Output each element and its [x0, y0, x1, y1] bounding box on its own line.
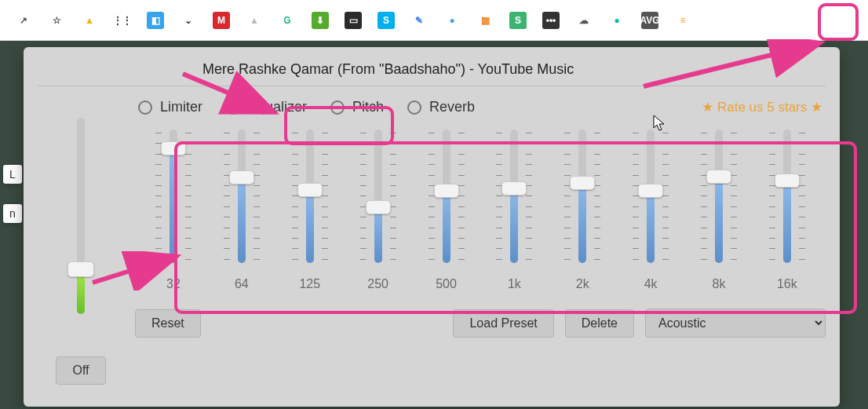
- tab-pitch[interactable]: Pitch: [330, 99, 384, 115]
- radio-icon: [330, 100, 345, 115]
- eq-band-4k: 4k: [617, 130, 684, 291]
- delete-button[interactable]: Delete: [565, 309, 634, 338]
- radio-icon: [138, 100, 152, 115]
- eq-slider-4k[interactable]: [633, 130, 669, 263]
- eq-band-label: 16k: [777, 277, 797, 291]
- eq-band-label: 2k: [576, 277, 589, 291]
- pocket-icon[interactable]: ⌄: [179, 11, 198, 30]
- eq-band-label: 64: [235, 277, 249, 291]
- eq-band-125: 125: [276, 130, 344, 291]
- eq-band-label: 125: [299, 277, 320, 291]
- bookmark-icon[interactable]: ●: [607, 11, 626, 30]
- volume-slider[interactable]: [63, 118, 99, 314]
- tab-limiter[interactable]: Limiter: [138, 99, 202, 115]
- eq-band-label: 4k: [644, 277, 658, 291]
- eq-band-label: 8k: [713, 277, 726, 291]
- molecule-icon[interactable]: ⋮⋮: [113, 11, 132, 30]
- eq-slider-1k[interactable]: [496, 130, 532, 263]
- bg-text: L: [3, 165, 22, 184]
- eq-band-16k: 16k: [753, 130, 821, 291]
- eq-band-label: 32: [166, 277, 181, 291]
- cloud-icon[interactable]: ☁: [574, 11, 593, 30]
- eq-band-label: 1k: [508, 277, 521, 291]
- reset-button[interactable]: Reset: [135, 309, 201, 338]
- equalizer-panel: 32641252505001k2k4k8k16k: [135, 123, 826, 291]
- window-icon[interactable]: ◧: [146, 11, 165, 30]
- page-title: Mere Rashke Qamar (From "Baadshaho") - Y…: [38, 57, 826, 86]
- drive-icon[interactable]: ▲: [80, 11, 99, 30]
- eq-band-250: 250: [345, 130, 412, 291]
- star-icon[interactable]: ☆: [47, 11, 66, 30]
- radio-icon: [226, 100, 240, 115]
- eq-slider-250[interactable]: [360, 130, 396, 263]
- open-in-new-icon[interactable]: ↗: [14, 11, 33, 30]
- eq-band-32: 32: [140, 130, 207, 291]
- eq-slider-64[interactable]: [224, 130, 260, 263]
- tab-label: Pitch: [352, 99, 384, 115]
- skype-icon[interactable]: S: [377, 11, 396, 30]
- eq-band-8k: 8k: [685, 130, 753, 291]
- equalizer-ext-icon[interactable]: ≡: [673, 11, 692, 30]
- tab-label: Limiter: [160, 99, 202, 115]
- lastpass-icon[interactable]: •••: [542, 11, 560, 30]
- browser-toolbar: ↗☆▲⋮⋮◧⌄M▲G⬇▭S✎●▦S•••☁●AVG≡: [0, 0, 868, 41]
- download-icon[interactable]: ⬇: [311, 11, 330, 30]
- eq-band-64: 64: [208, 130, 275, 291]
- gallery-icon[interactable]: ▦: [476, 11, 494, 30]
- eq-slider-500[interactable]: [429, 130, 465, 263]
- eq-slider-2k[interactable]: [564, 130, 600, 263]
- tab-label: Reverb: [429, 99, 475, 115]
- eq-band-2k: 2k: [549, 130, 616, 291]
- bg-text: n: [3, 204, 22, 223]
- globe-icon[interactable]: ●: [443, 11, 461, 30]
- tabs-row: LimiterEqualizerPitchReverb★ Rate us 5 s…: [135, 94, 826, 123]
- off-button[interactable]: Off: [56, 356, 105, 385]
- avg-icon[interactable]: AVG: [640, 11, 659, 30]
- eq-slider-16k[interactable]: [769, 130, 805, 263]
- video-icon[interactable]: ▭: [344, 11, 363, 30]
- tab-reverb[interactable]: Reverb: [407, 99, 475, 115]
- tab-label: Equalizer: [248, 99, 307, 115]
- rate-us-link[interactable]: ★ Rate us 5 stars ★: [702, 99, 822, 115]
- eq-band-label: 250: [367, 277, 388, 291]
- eq-band-500: 500: [413, 130, 480, 291]
- eq-band-1k: 1k: [480, 130, 548, 291]
- shop-icon[interactable]: S: [509, 11, 527, 30]
- load-preset-button[interactable]: Load Preset: [453, 309, 553, 338]
- equalizer-popup: Mere Rashke Qamar (From "Baadshaho") - Y…: [24, 47, 840, 407]
- tab-equalizer[interactable]: Equalizer: [226, 99, 307, 115]
- eq-band-label: 500: [436, 277, 457, 291]
- eq-slider-125[interactable]: [292, 130, 328, 263]
- mega-icon[interactable]: M: [212, 11, 231, 30]
- grammarly-icon[interactable]: G: [278, 11, 297, 30]
- screenshot-icon[interactable]: ✎: [410, 11, 429, 30]
- preset-select[interactable]: Acoustic: [645, 309, 826, 338]
- arrow-up-icon[interactable]: ▲: [245, 11, 264, 30]
- eq-slider-32[interactable]: [155, 130, 191, 263]
- radio-icon: [407, 100, 421, 115]
- eq-slider-8k[interactable]: [701, 130, 737, 263]
